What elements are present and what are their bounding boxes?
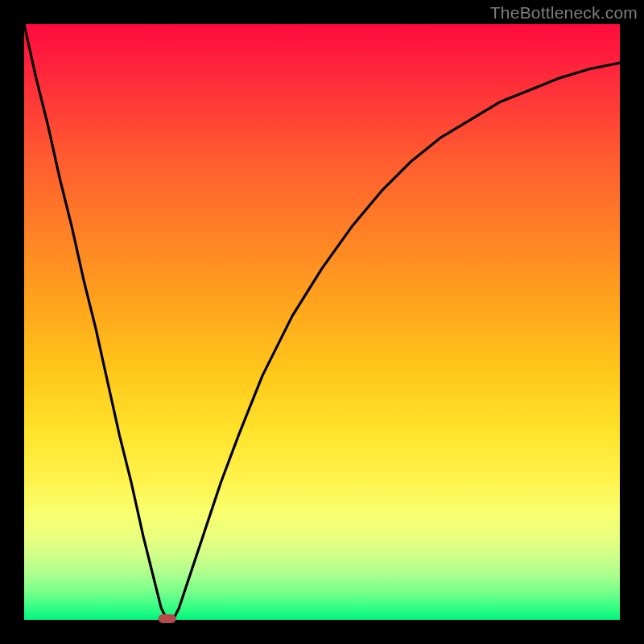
watermark-text: TheBottleneck.com bbox=[490, 3, 638, 23]
bottleneck-curve bbox=[24, 24, 620, 620]
plot-area bbox=[24, 24, 620, 620]
chart-svg bbox=[24, 24, 620, 620]
minimum-marker bbox=[159, 614, 176, 623]
chart-frame: TheBottleneck.com bbox=[0, 0, 644, 644]
